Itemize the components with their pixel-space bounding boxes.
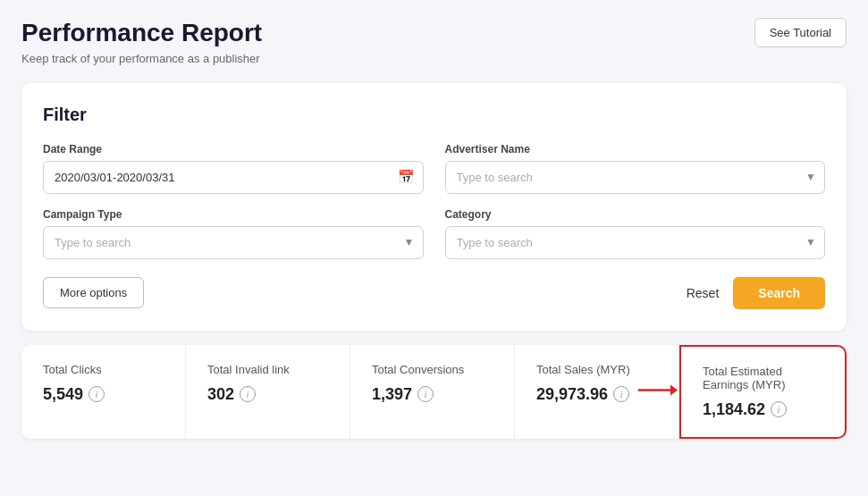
filter-grid: Date Range 📅 Advertiser Name Type to sea…: [43, 143, 825, 259]
stat-total-sales-value: 29,973.96: [536, 385, 608, 404]
stat-total-clicks: Total Clicks 5,549 i: [21, 345, 186, 439]
stat-total-conversions-value-row: 1,397 i: [372, 385, 493, 404]
advertiser-name-select-wrapper: Type to search ▼: [445, 161, 826, 194]
category-label: Category: [445, 208, 826, 221]
stat-total-clicks-value-row: 5,549 i: [43, 385, 164, 404]
total-sales-info-icon[interactable]: i: [613, 386, 629, 402]
total-conversions-info-icon[interactable]: i: [417, 386, 434, 402]
see-tutorial-button[interactable]: See Tutorial: [754, 18, 847, 47]
date-range-field: Date Range 📅: [43, 143, 424, 194]
more-options-button[interactable]: More options: [43, 277, 144, 308]
header-area: Performance Report Keep track of your pe…: [21, 18, 847, 65]
stat-total-estimated-earnings-value: 1,184.62: [703, 400, 765, 419]
filter-section-title: Filter: [43, 105, 825, 125]
stat-total-conversions-value: 1,397: [372, 385, 412, 404]
advertiser-name-field: Advertiser Name Type to search ▼: [445, 143, 826, 194]
advertiser-name-label: Advertiser Name: [445, 143, 826, 156]
advertiser-name-select[interactable]: Type to search: [445, 161, 826, 194]
campaign-type-select[interactable]: Type to search: [43, 226, 424, 259]
total-clicks-info-icon[interactable]: i: [88, 386, 105, 402]
title-block: Performance Report Keep track of your pe…: [21, 18, 262, 65]
stat-total-estimated-earnings: Total Estimated Earnings (MYR) 1,184.62 …: [679, 345, 847, 439]
date-range-input[interactable]: [43, 161, 424, 194]
campaign-type-field: Campaign Type Type to search ▼: [43, 208, 424, 259]
stat-total-estimated-earnings-label: Total Estimated Earnings (MYR): [703, 365, 823, 391]
date-range-label: Date Range: [43, 143, 424, 156]
stat-total-invalid-link-value-row: 302 i: [207, 385, 328, 404]
stat-total-conversions-label: Total Conversions: [372, 363, 493, 376]
stat-total-invalid-link-label: Total Invalid link: [207, 363, 328, 376]
svg-marker-1: [670, 385, 678, 396]
right-actions: Reset Search: [687, 277, 825, 309]
total-invalid-link-info-icon[interactable]: i: [240, 386, 256, 402]
page-subtitle: Keep track of your performance as a publ…: [21, 52, 262, 65]
stat-total-estimated-earnings-value-row: 1,184.62 i: [703, 400, 823, 419]
filter-card: Filter Date Range 📅 Advertiser Name Type…: [21, 83, 847, 331]
campaign-type-select-wrapper: Type to search ▼: [43, 226, 424, 259]
stat-total-conversions: Total Conversions 1,397 i: [350, 345, 515, 439]
arrow-indicator: [638, 381, 678, 403]
stat-total-clicks-value: 5,549: [43, 385, 83, 404]
stat-total-clicks-label: Total Clicks: [43, 363, 164, 376]
stats-card: Total Clicks 5,549 i Total Invalid link …: [21, 345, 847, 439]
stat-total-sales-label: Total Sales (MYR): [536, 363, 657, 376]
category-select-wrapper: Type to search ▼: [445, 226, 826, 259]
filter-actions: More options Reset Search: [43, 277, 825, 309]
search-button[interactable]: Search: [733, 277, 825, 309]
reset-button[interactable]: Reset: [687, 286, 720, 300]
stat-total-invalid-link-value: 302: [207, 385, 234, 404]
date-range-input-wrapper: 📅: [43, 161, 424, 194]
category-select[interactable]: Type to search: [445, 226, 826, 259]
campaign-type-label: Campaign Type: [43, 208, 424, 221]
page-container: Performance Report Keep track of your pe…: [0, 0, 868, 457]
page-title: Performance Report: [21, 18, 262, 48]
total-estimated-earnings-info-icon[interactable]: i: [771, 401, 787, 417]
stat-total-invalid-link: Total Invalid link 302 i: [186, 345, 350, 439]
category-field: Category Type to search ▼: [445, 208, 826, 259]
